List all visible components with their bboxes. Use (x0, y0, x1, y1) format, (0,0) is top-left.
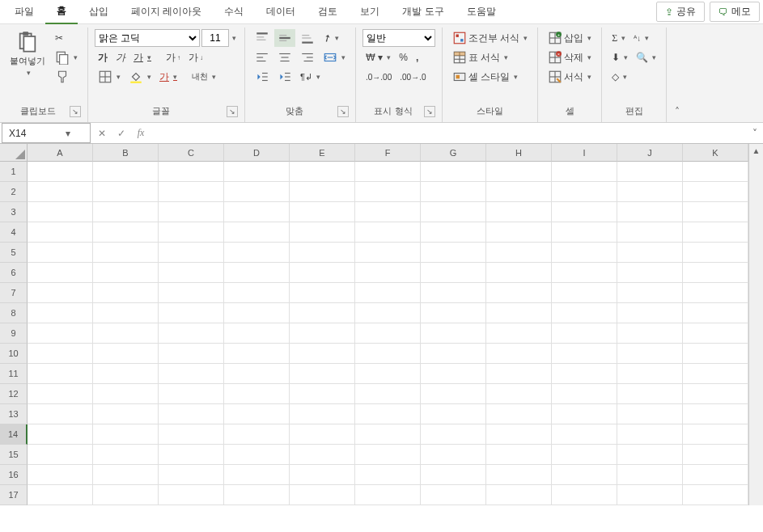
cell[interactable] (159, 485, 224, 505)
cell[interactable] (28, 162, 93, 182)
increase-decimal-button[interactable]: .0→.00 (362, 68, 395, 86)
cell[interactable] (486, 344, 552, 364)
bold-button[interactable]: 가 (95, 49, 111, 66)
cell[interactable] (486, 404, 552, 424)
decrease-decimal-button[interactable]: .00→.0 (396, 68, 429, 86)
align-left-button[interactable] (252, 49, 273, 66)
cell[interactable] (617, 162, 683, 182)
cell[interactable] (93, 243, 159, 263)
cell[interactable] (355, 424, 421, 445)
cell[interactable] (617, 243, 683, 263)
cell[interactable] (159, 424, 224, 445)
cell[interactable] (486, 424, 552, 445)
cell[interactable] (290, 263, 355, 283)
cell[interactable] (683, 344, 748, 364)
cell[interactable] (290, 384, 355, 404)
row-header[interactable]: 12 (0, 384, 28, 404)
row-header[interactable]: 13 (0, 404, 28, 424)
cell[interactable] (552, 202, 617, 222)
font-size-input[interactable] (201, 29, 229, 47)
cell[interactable] (421, 202, 486, 222)
tab-help[interactable]: 도움말 (456, 0, 507, 23)
cell[interactable] (290, 424, 355, 445)
cell[interactable] (355, 384, 421, 404)
cell[interactable] (421, 162, 486, 182)
cell[interactable] (421, 182, 486, 202)
cell[interactable] (617, 222, 683, 243)
cell[interactable] (486, 263, 552, 283)
cell[interactable] (159, 323, 224, 344)
row-header[interactable]: 16 (0, 465, 28, 485)
cell[interactable] (93, 344, 159, 364)
cell[interactable] (28, 222, 93, 243)
cell[interactable] (159, 283, 224, 303)
cell[interactable] (224, 465, 290, 485)
grid-cells[interactable] (28, 162, 748, 505)
orientation-button[interactable]: ➚ (320, 29, 342, 47)
cell[interactable] (93, 303, 159, 323)
column-header[interactable]: I (552, 144, 617, 162)
cell[interactable] (486, 243, 552, 263)
row-header[interactable]: 8 (0, 303, 28, 323)
cell[interactable] (683, 465, 748, 485)
tab-review[interactable]: 검토 (307, 0, 349, 23)
cell[interactable] (486, 364, 552, 384)
tab-insert[interactable]: 삽입 (78, 0, 120, 23)
accounting-format-button[interactable]: ₩ ▾ (362, 49, 394, 66)
cell[interactable] (552, 323, 617, 344)
cell[interactable] (421, 243, 486, 263)
cell[interactable] (224, 445, 290, 465)
cell[interactable] (421, 222, 486, 243)
cell[interactable] (683, 263, 748, 283)
cell[interactable] (617, 323, 683, 344)
cell[interactable] (290, 222, 355, 243)
cell[interactable] (28, 364, 93, 384)
scroll-up-button[interactable]: ▲ (749, 144, 763, 158)
memo-button[interactable]: 🗨 메모 (710, 2, 760, 22)
cell[interactable] (617, 445, 683, 465)
select-all-corner[interactable] (0, 144, 28, 162)
cell[interactable] (159, 465, 224, 485)
align-middle-button[interactable] (274, 29, 295, 47)
share-button[interactable]: ⇪ 공유 (656, 2, 705, 22)
row-header[interactable]: 5 (0, 243, 28, 263)
cell[interactable] (421, 303, 486, 323)
column-header[interactable]: G (421, 144, 486, 162)
cell[interactable] (421, 344, 486, 364)
cell[interactable] (486, 323, 552, 344)
cell[interactable] (290, 344, 355, 364)
column-header[interactable]: J (617, 144, 683, 162)
row-header[interactable]: 17 (0, 485, 28, 505)
cell[interactable] (552, 182, 617, 202)
cell[interactable] (683, 162, 748, 182)
cell[interactable] (224, 485, 290, 505)
decrease-font-button[interactable]: 가↓ (185, 49, 206, 66)
cell[interactable] (159, 162, 224, 182)
formula-input[interactable] (150, 123, 747, 143)
cell[interactable] (224, 222, 290, 243)
merge-center-button[interactable] (320, 49, 349, 66)
column-header[interactable]: A (28, 144, 93, 162)
cell[interactable] (617, 404, 683, 424)
cell[interactable] (683, 445, 748, 465)
cell[interactable] (159, 243, 224, 263)
cell[interactable] (28, 283, 93, 303)
cell[interactable] (421, 364, 486, 384)
row-header[interactable]: 9 (0, 323, 28, 344)
cell[interactable] (552, 222, 617, 243)
cell[interactable] (486, 182, 552, 202)
increase-font-button[interactable]: 가↑ (163, 49, 184, 66)
cell[interactable] (290, 323, 355, 344)
cell[interactable] (28, 384, 93, 404)
column-header[interactable]: K (683, 144, 748, 162)
cell[interactable] (552, 384, 617, 404)
column-header[interactable]: D (224, 144, 290, 162)
borders-button[interactable] (95, 68, 124, 86)
cell[interactable] (617, 485, 683, 505)
cell[interactable] (355, 485, 421, 505)
column-header[interactable]: F (355, 144, 421, 162)
cell[interactable] (224, 424, 290, 445)
font-color-button[interactable]: 가 (156, 68, 180, 86)
cut-button[interactable]: ✂ (52, 29, 81, 47)
cell[interactable] (159, 263, 224, 283)
